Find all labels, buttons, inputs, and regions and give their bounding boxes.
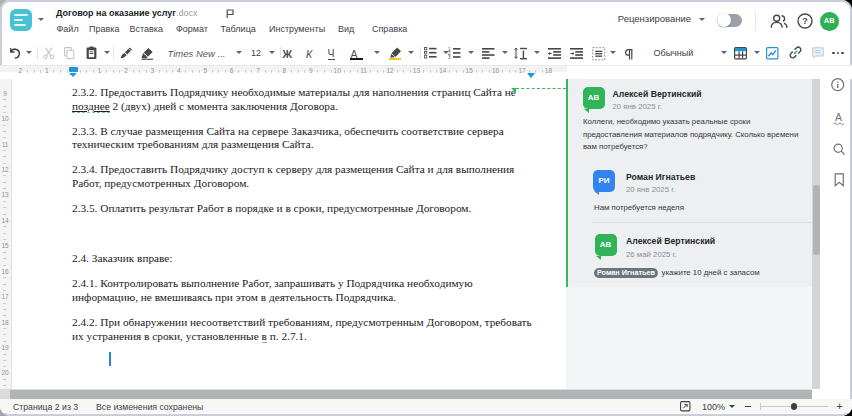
svg-text:?: ? — [802, 16, 808, 26]
svg-text:3: 3 — [448, 55, 451, 60]
svg-text:А: А — [834, 111, 841, 123]
